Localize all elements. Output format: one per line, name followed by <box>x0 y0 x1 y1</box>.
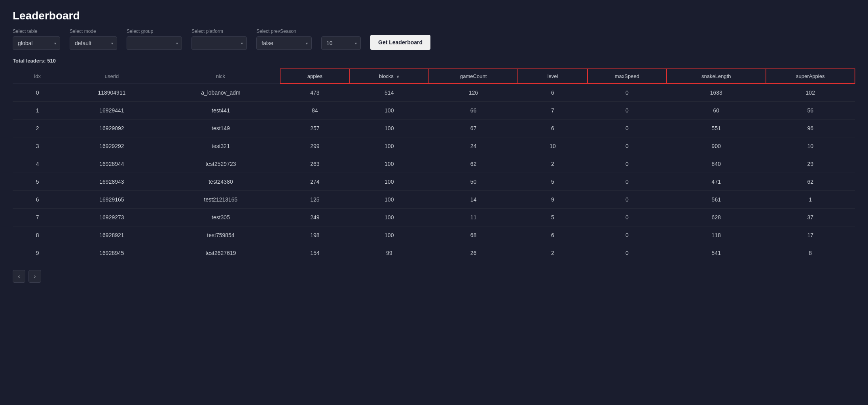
cell-gameCount: 24 <box>429 137 518 155</box>
cell-maxSpeed: 0 <box>588 173 667 191</box>
cell-level: 5 <box>518 173 587 191</box>
select-table-group: Select table global local friends ▾ <box>13 29 60 50</box>
cell-level: 9 <box>518 191 587 209</box>
cell-maxSpeed: 0 <box>588 84 667 102</box>
col-header-superapples[interactable]: superApples <box>766 69 855 84</box>
cell-apples: 263 <box>280 155 349 173</box>
cell-snakeLength: 1633 <box>667 84 766 102</box>
select-prevseason-group: Select prevSeason false true ▾ <box>256 29 312 50</box>
cell-gameCount: 14 <box>429 191 518 209</box>
cell-idx: 8 <box>13 226 62 244</box>
col-header-idx[interactable]: idx <box>13 69 62 84</box>
cell-userid: 118904911 <box>62 84 161 102</box>
cell-superApples: 62 <box>766 173 855 191</box>
next-page-button[interactable]: › <box>28 270 41 283</box>
table-wrapper: idx userid nick apples blocks ∨ gameCoun… <box>13 68 855 262</box>
select-group-label: Select group <box>127 29 182 34</box>
controls-row: Select table global local friends ▾ Sele… <box>13 29 855 50</box>
select-prevseason-wrapper: false true ▾ <box>256 36 312 50</box>
cell-nick: test441 <box>161 102 280 120</box>
cell-nick: test2529723 <box>161 155 280 173</box>
cell-apples: 274 <box>280 173 349 191</box>
cell-nick: test2627619 <box>161 244 280 262</box>
cell-maxSpeed: 0 <box>588 226 667 244</box>
select-group[interactable] <box>127 36 182 50</box>
cell-superApples: 8 <box>766 244 855 262</box>
cell-nick: test759854 <box>161 226 280 244</box>
cell-apples: 198 <box>280 226 349 244</box>
cell-level: 2 <box>518 155 587 173</box>
table-row: 416928944test2529723263100622084029 <box>13 155 855 173</box>
cell-maxSpeed: 0 <box>588 102 667 120</box>
prev-page-button[interactable]: ‹ <box>13 270 25 283</box>
table-body: 0118904911a_lobanov_adm47351412660163310… <box>13 84 855 262</box>
cell-idx: 4 <box>13 155 62 173</box>
cell-level: 6 <box>518 84 587 102</box>
table-row: 516928943test24380274100505047162 <box>13 173 855 191</box>
col-header-userid[interactable]: userid <box>62 69 161 84</box>
cell-userid: 16928944 <box>62 155 161 173</box>
cell-userid: 16928945 <box>62 244 161 262</box>
select-count[interactable]: 10 25 50 100 <box>321 36 361 50</box>
cell-gameCount: 11 <box>429 209 518 226</box>
cell-snakeLength: 900 <box>667 137 766 155</box>
cell-level: 6 <box>518 120 587 137</box>
cell-maxSpeed: 0 <box>588 120 667 137</box>
get-leaderboard-button[interactable]: Get Leaderboard <box>370 35 430 50</box>
cell-level: 6 <box>518 226 587 244</box>
cell-idx: 1 <box>13 102 62 120</box>
cell-superApples: 29 <box>766 155 855 173</box>
cell-blocks: 100 <box>350 155 429 173</box>
col-header-apples[interactable]: apples <box>280 69 349 84</box>
cell-userid: 16928921 <box>62 226 161 244</box>
cell-apples: 257 <box>280 120 349 137</box>
cell-maxSpeed: 0 <box>588 137 667 155</box>
cell-gameCount: 26 <box>429 244 518 262</box>
cell-userid: 16929441 <box>62 102 161 120</box>
col-header-snakelength[interactable]: snakeLength <box>667 69 766 84</box>
cell-idx: 0 <box>13 84 62 102</box>
cell-idx: 9 <box>13 244 62 262</box>
cell-level: 2 <box>518 244 587 262</box>
cell-superApples: 96 <box>766 120 855 137</box>
select-mode-label: Select mode <box>70 29 117 34</box>
cell-userid: 16929292 <box>62 137 161 155</box>
table-row: 816928921test759854198100686011817 <box>13 226 855 244</box>
col-header-level[interactable]: level <box>518 69 587 84</box>
cell-blocks: 514 <box>350 84 429 102</box>
cell-apples: 154 <box>280 244 349 262</box>
select-count-label <box>321 29 361 34</box>
cell-blocks: 100 <box>350 191 429 209</box>
cell-blocks: 100 <box>350 120 429 137</box>
select-mode[interactable]: default custom ranked <box>70 36 117 50</box>
col-header-blocks[interactable]: blocks ∨ <box>350 69 429 84</box>
cell-idx: 2 <box>13 120 62 137</box>
blocks-sort-icon: ∨ <box>396 74 399 79</box>
select-platform[interactable] <box>191 36 247 50</box>
select-platform-group: Select platform ▾ <box>191 29 247 50</box>
select-prevseason-label: Select prevSeason <box>256 29 312 34</box>
col-header-nick[interactable]: nick <box>161 69 280 84</box>
cell-maxSpeed: 0 <box>588 244 667 262</box>
cell-maxSpeed: 0 <box>588 155 667 173</box>
select-mode-group: Select mode default custom ranked ▾ <box>70 29 117 50</box>
cell-gameCount: 66 <box>429 102 518 120</box>
select-table[interactable]: global local friends <box>13 36 60 50</box>
cell-snakeLength: 541 <box>667 244 766 262</box>
table-row: 0118904911a_lobanov_adm47351412660163310… <box>13 84 855 102</box>
table-header-row: idx userid nick apples blocks ∨ gameCoun… <box>13 69 855 84</box>
cell-nick: test24380 <box>161 173 280 191</box>
cell-superApples: 1 <box>766 191 855 209</box>
leaderboard-table: idx userid nick apples blocks ∨ gameCoun… <box>13 68 855 262</box>
cell-idx: 6 <box>13 191 62 209</box>
table-row: 716929273test305249100115062837 <box>13 209 855 226</box>
cell-maxSpeed: 0 <box>588 191 667 209</box>
col-header-gamecount[interactable]: gameCount <box>429 69 518 84</box>
cell-nick: test321 <box>161 137 280 155</box>
cell-snakeLength: 561 <box>667 191 766 209</box>
cell-snakeLength: 471 <box>667 173 766 191</box>
cell-gameCount: 67 <box>429 120 518 137</box>
col-header-maxspeed[interactable]: maxSpeed <box>588 69 667 84</box>
select-prevseason[interactable]: false true <box>256 36 312 50</box>
cell-apples: 473 <box>280 84 349 102</box>
